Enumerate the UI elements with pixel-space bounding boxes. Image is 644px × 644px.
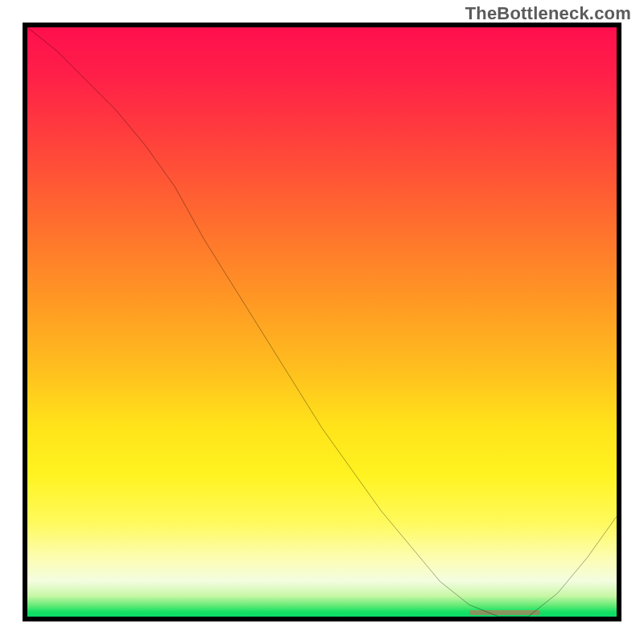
plot-area [23,23,621,621]
chart-container: TheBottleneck.com [0,0,644,644]
watermark-text: TheBottleneck.com [465,3,631,24]
line-series [27,27,617,617]
bottleneck-curve-path [27,27,617,617]
